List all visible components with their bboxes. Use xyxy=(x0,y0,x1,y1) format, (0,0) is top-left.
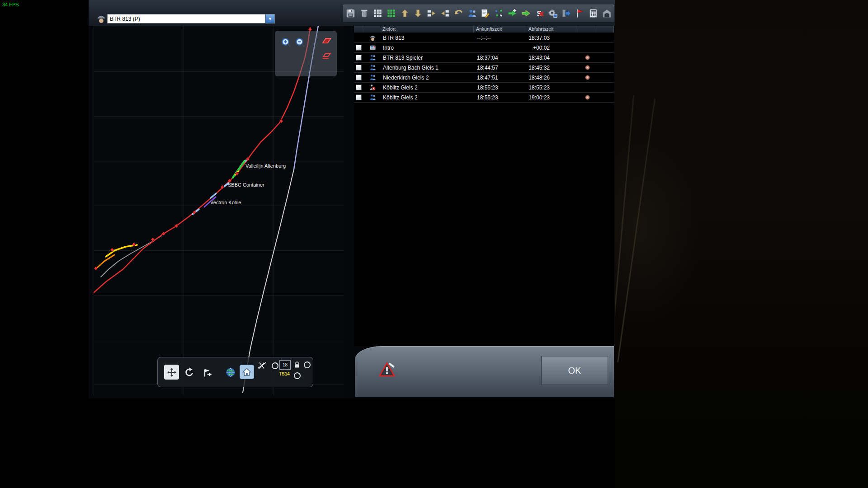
add-service-plus-icon xyxy=(507,8,518,19)
select-group-button[interactable] xyxy=(493,7,505,20)
toolbar: S xyxy=(343,5,614,22)
col-checkbox xyxy=(354,26,365,33)
row-checkbox[interactable] xyxy=(356,65,362,70)
ankunftszeit-cell: 18:55:23 xyxy=(474,83,526,92)
globe-icon xyxy=(225,367,236,378)
passengers-icon xyxy=(369,64,377,71)
map-zoom-panel xyxy=(275,31,337,76)
depot-button[interactable] xyxy=(601,7,613,20)
jump-pin-icon xyxy=(202,367,212,378)
service-settings-button[interactable] xyxy=(547,7,559,20)
grid-small-button[interactable] xyxy=(372,7,384,20)
ankunftszeit-cell xyxy=(474,43,526,52)
jump-button[interactable] xyxy=(199,365,215,380)
grid-large-button[interactable] xyxy=(385,7,397,20)
move-up-icon xyxy=(400,8,410,19)
horn-icon xyxy=(584,54,591,61)
zoom-in-button[interactable] xyxy=(280,37,292,49)
track-toggle-2-button[interactable] xyxy=(320,50,334,61)
service-settings-icon xyxy=(547,8,558,19)
driver-icon xyxy=(96,13,107,24)
join-service-button[interactable] xyxy=(561,7,572,20)
row-checkbox[interactable] xyxy=(356,84,362,90)
horn-icon xyxy=(584,64,591,71)
train-selector-value: BTR 813 (P) xyxy=(108,16,265,22)
lock-toggle[interactable] xyxy=(293,360,301,369)
checkbox-cell xyxy=(354,73,365,82)
move-down-icon xyxy=(413,8,423,19)
fps-counter: 34 FPS xyxy=(2,2,19,7)
checkbox-cell xyxy=(354,63,365,72)
add-service-plus-button[interactable] xyxy=(507,7,519,20)
schedule-row[interactable]: Altenburg Bach Gleis 118:44:5718:45:32 xyxy=(354,63,614,73)
col-zielort: Zielort xyxy=(380,26,474,33)
zoom-display[interactable]: 18 xyxy=(279,360,291,370)
game-screen: 34 FPS BTR 813 (P) ▼ S 18TS14 Valleilijn… xyxy=(0,0,868,488)
scenario-icon xyxy=(369,44,377,52)
remove-service-button[interactable]: S xyxy=(533,7,545,20)
row-checkbox[interactable] xyxy=(356,75,362,80)
add-service-button[interactable] xyxy=(520,7,532,20)
ankunftszeit-cell: 18:37:04 xyxy=(474,53,526,62)
schedule-row[interactable]: Niederkirch Gleis 218:47:5118:48:26 xyxy=(354,73,614,83)
checkbox-cell xyxy=(354,33,365,42)
abfahrtszeit-cell: 19:00:23 xyxy=(526,93,578,102)
version-label: TS14 xyxy=(279,371,290,376)
route-map-canvas xyxy=(94,26,344,395)
globe-button[interactable] xyxy=(223,365,237,379)
row-checkbox[interactable] xyxy=(356,45,362,51)
schedule-panel: Zielort Ankunftszeit Abfahrtszeit BTR 81… xyxy=(354,26,614,346)
rotate-icon xyxy=(184,367,195,378)
checkbox-cell xyxy=(354,53,365,62)
route-map[interactable]: 18TS14 Valleilijn AltenburgSBBC Containe… xyxy=(94,26,344,395)
zoom-out-button[interactable] xyxy=(294,37,307,49)
schedule-row[interactable]: BTR 813 Spieler18:37:0418:43:04 xyxy=(354,53,614,63)
passengers-icon xyxy=(369,94,377,101)
flag-button[interactable] xyxy=(574,7,586,20)
ankunftszeit-cell: --:--:-- xyxy=(474,33,526,42)
undo-button[interactable] xyxy=(453,7,464,20)
track-toggle-1-button[interactable] xyxy=(320,35,334,46)
col-abfahrtszeit: Abfahrtszeit xyxy=(526,26,578,33)
numpad-icon xyxy=(588,8,599,19)
numpad-button[interactable] xyxy=(587,7,599,20)
dropdown-arrow-icon[interactable]: ▼ xyxy=(265,14,274,23)
remove-service-icon: S xyxy=(534,8,545,19)
horn-cell xyxy=(578,83,596,92)
edit-timetable-button[interactable] xyxy=(480,7,491,20)
driver-badge xyxy=(96,13,107,25)
insert-before-button[interactable] xyxy=(426,7,438,20)
abfahrtszeit-cell: 18:37:03 xyxy=(526,33,578,42)
schedule-row[interactable]: Köblitz Gleis 218:55:2318:55:23 xyxy=(354,83,614,93)
timetable-editor-window: BTR 813 (P) ▼ S 18TS14 Valleilijn Altenb… xyxy=(89,0,615,399)
rotate-button[interactable] xyxy=(182,365,197,380)
home-button[interactable] xyxy=(240,365,254,379)
train-selector[interactable]: BTR 813 (P) ▼ xyxy=(107,14,275,23)
radio-option-2[interactable] xyxy=(304,361,311,368)
move-up-button[interactable] xyxy=(399,7,410,20)
pan-button[interactable] xyxy=(164,365,179,380)
radio-option-3[interactable] xyxy=(294,372,301,379)
schedule-row[interactable]: Köblitz Gleis 218:55:2319:00:23 xyxy=(354,93,614,103)
horn-cell xyxy=(578,33,596,42)
gradient-toggle[interactable] xyxy=(256,361,267,371)
schedule-row[interactable]: BTR 813--:--:--18:37:03 xyxy=(354,33,614,43)
row-checkbox[interactable] xyxy=(356,55,362,61)
horn-cell xyxy=(578,73,596,82)
zielort-cell: Niederkirch Gleis 2 xyxy=(380,73,474,82)
insert-before-icon xyxy=(426,8,437,19)
checkbox-cell xyxy=(354,93,365,102)
track-toggle-2-icon xyxy=(321,50,332,61)
save-button[interactable] xyxy=(345,7,357,20)
add-driver-button[interactable] xyxy=(466,7,478,20)
move-down-button[interactable] xyxy=(412,7,424,20)
horn-icon xyxy=(584,94,591,101)
warning-edit-icon xyxy=(378,361,396,379)
insert-after-button[interactable] xyxy=(439,7,451,20)
ok-button[interactable]: OK xyxy=(541,356,608,385)
schedule-row[interactable]: Intro+00:02 xyxy=(354,43,614,53)
delete-button[interactable] xyxy=(359,7,370,20)
stop-type-cell xyxy=(365,53,380,62)
radio-option-1[interactable] xyxy=(272,362,278,369)
row-checkbox[interactable] xyxy=(356,94,362,100)
